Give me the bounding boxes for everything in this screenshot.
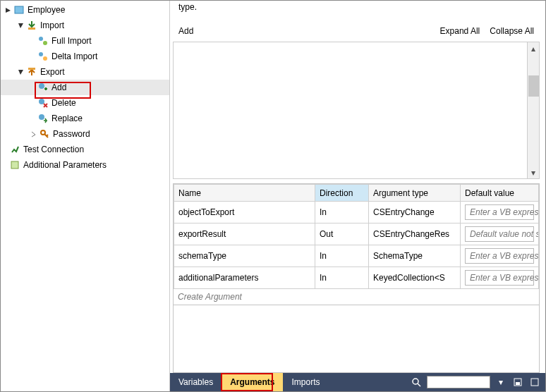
cell-default[interactable]: Enter a VB expression xyxy=(461,267,539,289)
tree-item-import[interactable]: Import xyxy=(1,18,169,33)
svg-rect-6 xyxy=(28,68,35,70)
tree-label: Test Connection xyxy=(23,145,84,154)
truncated-text: type. xyxy=(170,1,545,12)
expander-icon[interactable] xyxy=(4,6,12,14)
cell-direction[interactable]: In xyxy=(315,202,369,223)
tree-item-export[interactable]: Export xyxy=(1,64,169,80)
replace-icon xyxy=(37,113,49,124)
search-icon[interactable] xyxy=(410,376,423,388)
tree-label: Additional Parameters xyxy=(23,160,107,170)
tree-label: Delete xyxy=(51,98,76,108)
import-icon xyxy=(26,20,37,31)
expander-icon[interactable] xyxy=(16,21,25,30)
tree-label: Employee xyxy=(28,5,65,15)
nav-tree: Employee Import Full Import Delta Import… xyxy=(1,1,170,391)
cell-default[interactable]: Enter a VB expression xyxy=(461,245,539,267)
tree-item-additional-parameters[interactable]: Additional Parameters xyxy=(1,157,169,173)
cell-argtype[interactable]: KeyedCollection<S xyxy=(369,267,461,289)
col-default[interactable]: Default value xyxy=(461,185,539,202)
tree-item-test-connection[interactable]: Test Connection xyxy=(1,142,169,157)
bottom-tabbar: Variables Arguments Imports ▾ xyxy=(170,373,545,391)
col-name[interactable]: Name xyxy=(174,185,315,202)
col-argtype[interactable]: Argument type xyxy=(369,185,461,202)
chevron-down-icon[interactable]: ▾ xyxy=(495,376,507,388)
table-row[interactable]: exportResult Out CSEntryChangeRes Defaul… xyxy=(174,223,539,245)
tree-item-delta-import[interactable]: Delta Import xyxy=(1,49,169,64)
table-row[interactable]: additionalParameters In KeyedCollection<… xyxy=(174,267,539,289)
scroll-down-icon[interactable]: ▾ xyxy=(528,166,539,178)
cell-direction[interactable]: Out xyxy=(315,223,369,245)
table-header-row: Name Direction Argument type Default val… xyxy=(174,185,539,202)
arguments-empty-area xyxy=(173,305,540,373)
add-icon xyxy=(37,82,49,93)
cell-argtype[interactable]: CSEntryChange xyxy=(369,202,461,223)
svg-point-7 xyxy=(39,83,44,89)
table-row[interactable]: objectToExport In CSEntryChange Enter a … xyxy=(174,202,539,223)
expander-icon[interactable] xyxy=(16,68,25,76)
tree-item-password[interactable]: Password xyxy=(1,126,169,142)
tree-label: Full Import xyxy=(51,36,92,46)
tree-label: Add xyxy=(51,82,66,92)
table-row[interactable]: schemaType In SchemaType Enter a VB expr… xyxy=(174,245,539,267)
tree-item-full-import[interactable]: Full Import xyxy=(1,33,169,49)
test-icon xyxy=(9,144,20,155)
default-input[interactable]: Enter a VB expression xyxy=(465,248,534,264)
full-import-icon xyxy=(37,35,49,47)
svg-point-3 xyxy=(43,41,47,45)
svg-point-8 xyxy=(39,99,44,104)
svg-rect-15 xyxy=(531,379,538,386)
db-icon xyxy=(13,4,25,16)
svg-point-5 xyxy=(43,56,47,61)
search-input[interactable] xyxy=(427,376,490,388)
cell-default[interactable]: Default value not suppor xyxy=(461,223,539,245)
key-icon xyxy=(39,128,50,140)
cell-argtype[interactable]: CSEntryChangeRes xyxy=(369,223,461,245)
delta-import-icon xyxy=(37,51,49,62)
svg-rect-14 xyxy=(516,382,520,385)
collapse-all-link[interactable]: Collapse All xyxy=(490,26,534,36)
tree-item-add[interactable]: Add xyxy=(1,80,169,95)
tab-imports[interactable]: Imports xyxy=(283,373,328,391)
tree-label: Password xyxy=(53,129,90,139)
cell-name[interactable]: objectToExport xyxy=(174,202,315,223)
scroll-thumb[interactable] xyxy=(528,75,539,97)
scroll-up-icon[interactable]: ▴ xyxy=(528,42,539,54)
add-activity-link[interactable]: Add xyxy=(178,26,193,36)
svg-point-12 xyxy=(413,379,418,384)
maximize-panel-icon[interactable] xyxy=(528,376,541,388)
delete-icon xyxy=(37,97,49,109)
svg-point-4 xyxy=(39,52,43,56)
tree-label: Delta Import xyxy=(51,51,97,61)
tree-label: Export xyxy=(40,67,65,77)
cell-name[interactable]: exportResult xyxy=(174,223,315,245)
collapse-panel-icon[interactable] xyxy=(511,376,524,388)
arguments-table: Name Direction Argument type Default val… xyxy=(173,183,540,305)
cell-name[interactable]: schemaType xyxy=(174,245,315,267)
svg-rect-1 xyxy=(28,27,35,30)
expand-all-link[interactable]: Expand All xyxy=(440,26,480,36)
svg-rect-0 xyxy=(15,6,23,13)
default-input[interactable]: Enter a VB expression xyxy=(465,270,534,286)
tree-item-delete[interactable]: Delete xyxy=(1,95,169,111)
col-direction[interactable]: Direction xyxy=(315,185,369,202)
create-argument-row[interactable]: Create Argument xyxy=(174,289,539,305)
default-input[interactable]: Default value not suppor xyxy=(465,226,534,242)
cell-argtype[interactable]: SchemaType xyxy=(369,245,461,267)
cell-direction[interactable]: In xyxy=(315,267,369,289)
cell-name[interactable]: additionalParameters xyxy=(174,267,315,289)
designer-toolbar: Add Expand All Collapse All xyxy=(170,12,545,42)
svg-rect-11 xyxy=(11,161,18,169)
tab-variables[interactable]: Variables xyxy=(170,373,222,391)
cell-default[interactable]: Enter a VB expression xyxy=(461,202,539,223)
svg-point-2 xyxy=(39,37,43,41)
tab-arguments[interactable]: Arguments xyxy=(222,373,283,391)
tree-item-replace[interactable]: Replace xyxy=(1,111,169,126)
cell-direction[interactable]: In xyxy=(315,245,369,267)
tree-label: Import xyxy=(40,20,64,30)
expander-icon[interactable] xyxy=(29,130,37,138)
designer-canvas[interactable]: ▴ ▾ xyxy=(173,42,540,179)
vertical-scrollbar[interactable]: ▴ ▾ xyxy=(527,42,539,178)
right-panel: type. Add Expand All Collapse All ▴ ▾ Na… xyxy=(170,1,545,391)
default-input[interactable]: Enter a VB expression xyxy=(465,204,534,220)
tree-item-employee[interactable]: Employee xyxy=(1,2,169,18)
